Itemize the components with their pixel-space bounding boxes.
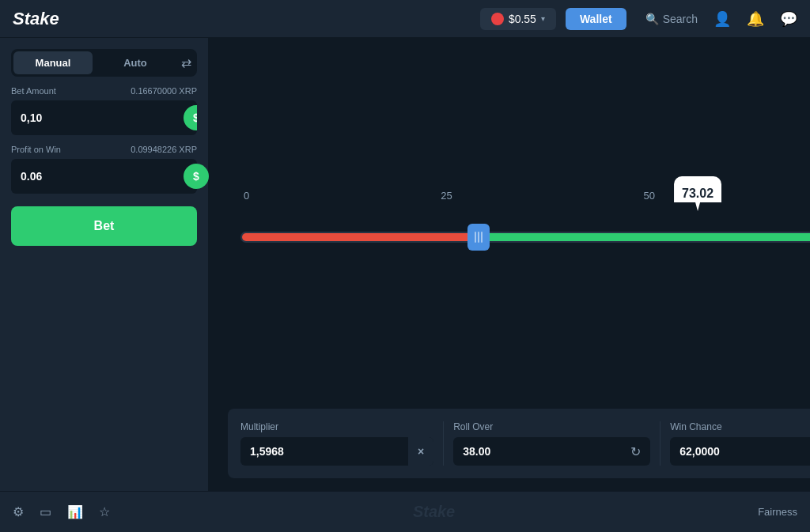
bell-icon[interactable]: 🔔 — [747, 10, 764, 28]
search-button[interactable]: 🔍 Search — [645, 13, 698, 25]
footer-logo: Stake — [110, 503, 758, 521]
left-panel: Manual Auto ⇄ Bet Amount 0.16670000 XRP … — [0, 38, 209, 491]
profit-label-row: Profit on Win 0.09948226 XRP — [11, 145, 197, 154]
scale-0: 0 — [244, 190, 249, 202]
slider-fill-green — [479, 233, 810, 241]
slider-container: 0 25 50 100 73.02 — [228, 51, 810, 396]
balance-button[interactable]: $0.55 ▾ — [480, 8, 556, 30]
profit-input-row: $ — [11, 159, 197, 194]
multiplier-field: Multiplier × — [240, 421, 433, 466]
screen-icon[interactable]: ▭ — [40, 504, 51, 519]
multiplier-label: Multiplier — [240, 421, 433, 432]
dollar-icon: $ — [184, 105, 197, 130]
chat-icon[interactable]: 💬 — [780, 10, 797, 28]
winchance-label: Win Chance — [670, 421, 810, 432]
rollover-field: Roll Over ↻ — [453, 421, 650, 466]
dice-label: 73.02 — [674, 176, 721, 211]
bet-amount-input-row: $ ½ 2× Max — [11, 100, 197, 135]
profit-input[interactable] — [11, 162, 179, 191]
slider-track-wrapper: 73.02 — [240, 217, 810, 257]
bet-amount-section: Bet Amount 0.16670000 XRP $ ½ 2× Max — [11, 86, 197, 135]
chevron-down-icon: ▾ — [541, 14, 545, 23]
scale-50: 50 — [644, 190, 655, 202]
mode-tabs: Manual Auto ⇄ — [11, 49, 197, 77]
fairness-button[interactable]: Fairness — [758, 506, 797, 518]
slider-thumb[interactable] — [467, 224, 490, 251]
refresh-icon[interactable]: ↻ — [621, 444, 650, 459]
bet-amount-label: Bet Amount — [11, 86, 56, 96]
stat-divider-2 — [660, 421, 660, 466]
user-icon[interactable]: 👤 — [713, 10, 731, 28]
footer: ⚙ ▭ 📊 ☆ Stake Fairness — [0, 491, 810, 532]
profit-section: Profit on Win 0.09948226 XRP $ — [11, 145, 197, 194]
main-content: Manual Auto ⇄ Bet Amount 0.16670000 XRP … — [0, 38, 810, 491]
header-actions: 🔍 Search 👤 🔔 💬 — [645, 10, 797, 28]
rollover-input-row: ↻ — [453, 437, 650, 466]
swap-icon[interactable]: ⇄ — [178, 52, 195, 74]
settings-icon[interactable]: ⚙ — [13, 504, 24, 519]
wallet-button[interactable]: Wallet — [566, 8, 626, 30]
bet-amount-currency: 0.16670000 XRP — [131, 86, 197, 96]
scale-25: 25 — [441, 190, 452, 202]
winchance-input-row: % — [670, 437, 810, 466]
rollover-label: Roll Over — [453, 421, 650, 432]
tab-manual[interactable]: Manual — [13, 51, 93, 74]
winchance-field: Win Chance % — [670, 421, 810, 466]
tab-auto[interactable]: Auto — [96, 51, 175, 74]
dice-value: 73.02 — [682, 187, 713, 201]
bet-button[interactable]: Bet — [11, 206, 197, 246]
profit-label: Profit on Win — [11, 145, 61, 154]
game-area: 73.02 0 25 50 100 73.02 — [209, 38, 810, 491]
stat-divider-1 — [443, 421, 444, 466]
search-icon: 🔍 — [645, 13, 659, 25]
slider-fill-red — [242, 233, 479, 241]
header: Stake $0.55 ▾ Wallet 🔍 Search 👤 🔔 💬 — [0, 0, 810, 38]
xrp-icon — [491, 13, 504, 25]
thumb-line-2 — [478, 232, 479, 243]
stats-row: Multiplier × Roll Over ↻ Win Chance — [228, 409, 810, 478]
thumb-line-3 — [481, 232, 483, 243]
profit-currency: 0.09948226 XRP — [131, 145, 197, 154]
balance-amount: $0.55 — [509, 13, 536, 25]
chart-icon[interactable]: 📊 — [67, 504, 83, 519]
slider-track[interactable] — [240, 232, 810, 243]
rollover-input[interactable] — [453, 437, 621, 466]
star-icon[interactable]: ☆ — [99, 504, 110, 519]
bet-amount-label-row: Bet Amount 0.16670000 XRP — [11, 86, 197, 96]
search-label: Search — [663, 13, 698, 25]
multiplier-suffix: × — [408, 437, 433, 466]
profit-dollar-icon: $ — [184, 164, 209, 189]
logo: Stake — [13, 9, 59, 29]
bet-amount-input[interactable] — [11, 104, 179, 132]
slider-scale: 0 25 50 100 — [240, 190, 810, 202]
multiplier-input-row: × — [240, 437, 433, 466]
thumb-line-1 — [475, 232, 476, 243]
winchance-input[interactable] — [670, 437, 810, 466]
footer-icons: ⚙ ▭ 📊 ☆ — [13, 504, 110, 519]
multiplier-input[interactable] — [240, 437, 408, 466]
